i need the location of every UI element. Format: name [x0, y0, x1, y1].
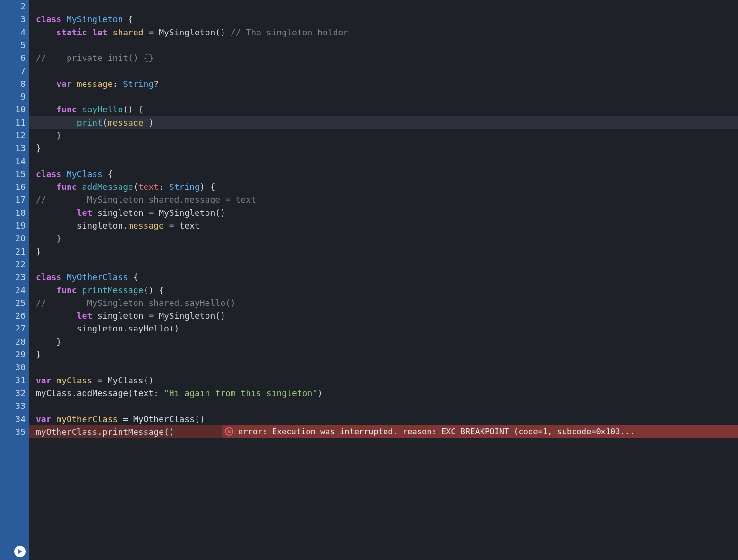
code-editor[interactable]: 2345678910111213141516171819202122232425…	[0, 0, 738, 560]
line-number[interactable]: 15	[0, 168, 26, 180]
code-line[interactable]: // private init() {}	[36, 51, 738, 64]
code-line[interactable]: }	[36, 142, 738, 154]
code-token: func	[56, 104, 77, 114]
code-token: =	[169, 221, 174, 230]
code-line[interactable]	[36, 90, 738, 103]
code-token: shared	[113, 27, 144, 37]
error-badge[interactable]: error: Execution was interrupted, reason…	[222, 425, 738, 438]
code-token: class	[36, 14, 61, 24]
code-token	[92, 375, 97, 385]
line-number[interactable]: 19	[0, 219, 26, 232]
code-line[interactable]	[36, 0, 738, 13]
line-number[interactable]: 10	[0, 103, 26, 116]
code-line[interactable]	[36, 399, 738, 412]
line-number[interactable]: 3	[0, 13, 26, 25]
code-token: singleton	[36, 221, 123, 230]
line-number[interactable]: 26	[0, 309, 26, 322]
line-number[interactable]: 33	[0, 399, 26, 412]
code-line[interactable]	[36, 258, 738, 271]
code-token	[154, 311, 159, 321]
code-line[interactable]	[36, 39, 738, 51]
code-token: MySingleton	[159, 311, 215, 321]
code-line[interactable]: singleton.sayHello()	[36, 322, 738, 335]
line-number[interactable]: 13	[0, 142, 26, 154]
line-number[interactable]: 18	[0, 206, 26, 219]
code-line[interactable]: func printMessage() {	[36, 284, 738, 297]
play-icon	[17, 549, 23, 554]
code-token	[61, 272, 67, 282]
line-number[interactable]: 14	[0, 155, 26, 168]
code-line[interactable]: myClass.addMessage(text: "Hi again from …	[36, 387, 738, 399]
line-number[interactable]: 34	[0, 413, 26, 425]
line-number[interactable]: 31	[0, 374, 26, 387]
code-line[interactable]: let singleton = MySingleton()	[36, 309, 738, 322]
code-line[interactable]: var message: String?	[36, 77, 738, 90]
code-token	[72, 79, 77, 89]
code-line[interactable]: var myClass = MyClass()	[36, 374, 738, 387]
code-line[interactable]: print(message!)	[29, 116, 738, 129]
code-token: ()	[123, 104, 133, 114]
line-number[interactable]: 16	[0, 180, 26, 193]
line-number[interactable]: 17	[0, 193, 26, 206]
line-number[interactable]: 11	[0, 116, 26, 129]
code-token: .	[123, 221, 128, 230]
code-token: myOtherClass	[56, 414, 118, 424]
code-line[interactable]: func sayHello() {	[36, 103, 738, 116]
line-number[interactable]: 4	[0, 26, 26, 39]
code-line[interactable]: }	[36, 129, 738, 142]
line-number[interactable]: 27	[0, 322, 26, 335]
line-number[interactable]: 32	[0, 387, 26, 399]
code-line[interactable]: let singleton = MySingleton()	[36, 206, 738, 219]
code-line[interactable]	[36, 64, 738, 77]
code-line[interactable]: // MySingleton.shared.message = text	[36, 193, 738, 206]
code-token: }	[36, 246, 41, 256]
code-token	[118, 79, 123, 89]
code-token	[154, 285, 159, 295]
code-token: :	[154, 388, 159, 398]
code-line[interactable]: class MyOtherClass {	[36, 271, 738, 283]
line-number[interactable]: 20	[0, 232, 26, 245]
code-line[interactable]	[36, 361, 738, 373]
code-token	[36, 79, 56, 89]
line-number[interactable]: 35	[0, 425, 26, 438]
code-area[interactable]: class MySingleton { static let shared = …	[29, 0, 738, 560]
line-number[interactable]: 22	[0, 258, 26, 271]
line-number[interactable]: 12	[0, 129, 26, 142]
code-line[interactable]: class MySingleton {	[36, 13, 738, 25]
line-number[interactable]: 8	[0, 77, 26, 90]
code-line[interactable]: singleton.message = text	[36, 219, 738, 232]
code-line[interactable]: var myOtherClass = MyOtherClass()	[36, 413, 738, 425]
code-token	[36, 285, 56, 295]
line-number[interactable]: 29	[0, 348, 26, 361]
code-line[interactable]: // MySingleton.shared.sayHello()	[36, 297, 738, 309]
code-token: )	[200, 182, 205, 192]
code-line[interactable]: }	[36, 245, 738, 258]
code-token: ()	[169, 323, 180, 333]
line-number[interactable]: 2	[0, 0, 26, 13]
code-line[interactable]: myOtherClass.printMessage()error: Execut…	[29, 425, 738, 438]
code-line[interactable]: }	[36, 335, 738, 348]
code-line[interactable]: static let shared = MySingleton() // The…	[36, 26, 738, 39]
code-line[interactable]: }	[36, 348, 738, 361]
line-number[interactable]: 21	[0, 245, 26, 258]
line-number[interactable]: 30	[0, 361, 26, 373]
code-line[interactable]: class MyClass {	[36, 168, 738, 180]
line-number[interactable]: 9	[0, 90, 26, 103]
line-number[interactable]: 28	[0, 335, 26, 348]
line-number[interactable]: 6	[0, 51, 26, 64]
code-line[interactable]	[36, 155, 738, 168]
line-number[interactable]: 7	[0, 64, 26, 77]
line-number[interactable]: 25	[0, 297, 26, 309]
code-token: // The singleton holder	[231, 27, 348, 37]
line-number[interactable]: 23	[0, 271, 26, 283]
code-token: .	[97, 427, 103, 437]
line-number[interactable]: 5	[0, 39, 26, 51]
code-token: message	[128, 221, 164, 230]
line-number-gutter[interactable]: 2345678910111213141516171819202122232425…	[0, 0, 29, 560]
code-token: static	[56, 27, 87, 37]
run-button[interactable]	[14, 546, 26, 557]
code-line[interactable]: func addMessage(text: String) {	[36, 180, 738, 193]
line-number[interactable]: 24	[0, 284, 26, 297]
code-token: }	[36, 349, 41, 359]
code-line[interactable]: }	[36, 232, 738, 245]
